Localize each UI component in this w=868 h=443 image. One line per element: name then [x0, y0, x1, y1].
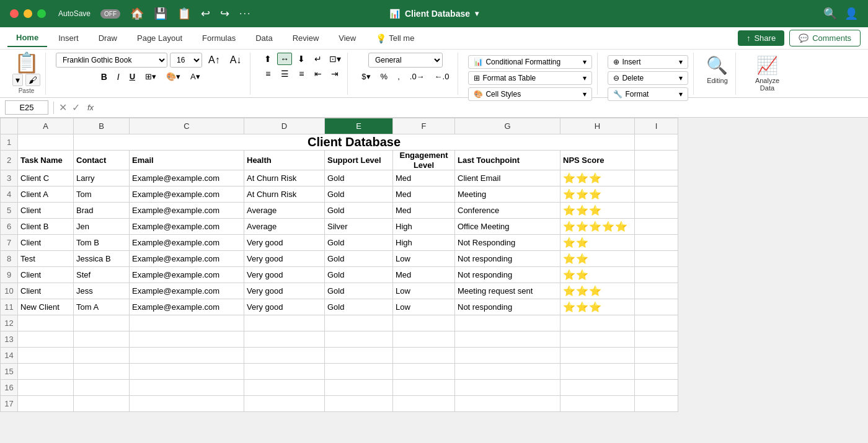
- decrease-font-btn[interactable]: A↓: [226, 53, 246, 68]
- col-header-B[interactable]: B: [74, 118, 130, 134]
- cell-B11[interactable]: Tom A: [74, 299, 130, 315]
- cell-G10[interactable]: Meeting request sent: [455, 283, 560, 299]
- cell-D6[interactable]: Average: [244, 219, 325, 235]
- cell-C3[interactable]: Example@example.com: [130, 170, 244, 186]
- cell-E3[interactable]: Gold: [325, 170, 393, 186]
- cell-D7[interactable]: Very good: [244, 235, 325, 251]
- align-middle-btn[interactable]: ↔: [277, 53, 292, 65]
- percent-btn[interactable]: %: [377, 70, 392, 83]
- cell-A9[interactable]: Client: [18, 267, 74, 283]
- align-top-btn[interactable]: ⬆: [260, 53, 275, 65]
- cell-C4[interactable]: Example@example.com: [130, 186, 244, 203]
- cell-G2[interactable]: Last Touchpoint: [455, 151, 560, 170]
- cell-F6[interactable]: High: [393, 219, 455, 235]
- cell-D5[interactable]: Average: [244, 203, 325, 219]
- cell-H7[interactable]: ⭐⭐: [560, 235, 635, 251]
- cell-I8[interactable]: [635, 251, 678, 267]
- cell-D4[interactable]: At Churn Risk: [244, 186, 325, 203]
- conditional-formatting-btn[interactable]: 📊 Conditional Formatting ▾: [468, 55, 592, 69]
- tab-insert[interactable]: Insert: [50, 30, 87, 46]
- paste-button[interactable]: 📋: [14, 53, 39, 72]
- cancel-formula-button[interactable]: ✕: [59, 102, 67, 113]
- undo-icon[interactable]: ↩: [201, 7, 210, 20]
- cell-E6[interactable]: Silver: [325, 219, 393, 235]
- cell-F3[interactable]: Med: [393, 170, 455, 186]
- search-icon[interactable]: 🔍: [823, 7, 837, 20]
- align-bottom-btn[interactable]: ⬇: [294, 53, 309, 65]
- cell-reference-input[interactable]: [5, 100, 48, 115]
- cell-G7[interactable]: Not Responding: [455, 235, 560, 251]
- cell-C8[interactable]: Example@example.com: [130, 251, 244, 267]
- font-color-button[interactable]: A▾: [187, 70, 204, 83]
- cell-D11[interactable]: Very good: [244, 299, 325, 315]
- cell-title[interactable]: Client Database: [74, 134, 635, 151]
- cell-A12[interactable]: [18, 315, 74, 331]
- cell-H2[interactable]: NPS Score: [560, 151, 635, 170]
- cell-I9[interactable]: [635, 267, 678, 283]
- underline-button[interactable]: U: [126, 70, 139, 83]
- cell-I10[interactable]: [635, 283, 678, 299]
- cell-A1[interactable]: [18, 134, 74, 151]
- cell-H11[interactable]: ⭐⭐⭐: [560, 299, 635, 315]
- cell-A8[interactable]: Test: [18, 251, 74, 267]
- cell-E8[interactable]: Gold: [325, 251, 393, 267]
- cell-I7[interactable]: [635, 235, 678, 251]
- col-header-I[interactable]: I: [635, 118, 678, 134]
- cell-I1[interactable]: [635, 134, 678, 151]
- cell-C6[interactable]: Example@example.com: [130, 219, 244, 235]
- paste-dropdown[interactable]: ▾: [12, 74, 23, 86]
- share-button[interactable]: ↑ Share: [738, 30, 784, 46]
- cell-H10[interactable]: ⭐⭐⭐: [560, 283, 635, 299]
- cell-A11[interactable]: New Client: [18, 299, 74, 315]
- cell-G5[interactable]: Conference: [455, 203, 560, 219]
- cell-B3[interactable]: Larry: [74, 170, 130, 186]
- cell-E4[interactable]: Gold: [325, 186, 393, 203]
- cell-A3[interactable]: Client C: [18, 170, 74, 186]
- indent-dec-btn[interactable]: ⇤: [311, 68, 326, 80]
- col-header-D[interactable]: D: [244, 118, 325, 134]
- cell-C2[interactable]: Email: [130, 151, 244, 170]
- cell-D2[interactable]: Health: [244, 151, 325, 170]
- cell-B7[interactable]: Tom B: [74, 235, 130, 251]
- cell-E5[interactable]: Gold: [325, 203, 393, 219]
- col-header-F[interactable]: F: [393, 118, 455, 134]
- merge-btn[interactable]: ⊡▾: [327, 53, 342, 65]
- format-btn[interactable]: 🔧 Format ▾: [608, 87, 688, 101]
- dec-increase-btn[interactable]: .0→: [406, 70, 428, 83]
- cell-I6[interactable]: [635, 219, 678, 235]
- formula-input[interactable]: [99, 101, 863, 114]
- confirm-formula-button[interactable]: ✓: [72, 102, 80, 113]
- function-icon[interactable]: fx: [87, 103, 94, 112]
- cell-I11[interactable]: [635, 299, 678, 315]
- autosave-toggle[interactable]: OFF: [100, 9, 120, 19]
- delete-btn[interactable]: ⊖ Delete ▾: [608, 71, 688, 85]
- cell-F9[interactable]: Med: [393, 267, 455, 283]
- spreadsheet-scroll[interactable]: A B C D E F G H I 1 Client Database: [0, 118, 868, 443]
- align-center-btn[interactable]: ☰: [277, 68, 292, 80]
- cell-F7[interactable]: High: [393, 235, 455, 251]
- col-header-C[interactable]: C: [130, 118, 244, 134]
- cell-D8[interactable]: Very good: [244, 251, 325, 267]
- cell-F5[interactable]: Med: [393, 203, 455, 219]
- cell-F8[interactable]: Low: [393, 251, 455, 267]
- share-icon[interactable]: 📋: [177, 7, 191, 20]
- insert-btn[interactable]: ⊕ Insert ▾: [608, 55, 688, 69]
- cell-F10[interactable]: Low: [393, 283, 455, 299]
- home-icon[interactable]: 🏠: [130, 7, 144, 20]
- cell-C9[interactable]: Example@example.com: [130, 267, 244, 283]
- cell-A4[interactable]: Client A: [18, 186, 74, 203]
- cell-D9[interactable]: Very good: [244, 267, 325, 283]
- cell-E2[interactable]: Support Level: [325, 151, 393, 170]
- cell-F4[interactable]: Med: [393, 186, 455, 203]
- cell-G4[interactable]: Meeting: [455, 186, 560, 203]
- col-header-G[interactable]: G: [455, 118, 560, 134]
- cell-styles-btn[interactable]: 🎨 Cell Styles ▾: [468, 87, 592, 101]
- cell-C7[interactable]: Example@example.com: [130, 235, 244, 251]
- redo-icon[interactable]: ↪: [220, 7, 229, 20]
- col-header-H[interactable]: H: [560, 118, 635, 134]
- cell-H5[interactable]: ⭐⭐⭐: [560, 203, 635, 219]
- minimize-button[interactable]: [24, 9, 32, 18]
- cell-B8[interactable]: Jessica B: [74, 251, 130, 267]
- cell-E7[interactable]: Gold: [325, 235, 393, 251]
- format-as-table-btn[interactable]: ⊞ Format as Table ▾: [468, 71, 592, 85]
